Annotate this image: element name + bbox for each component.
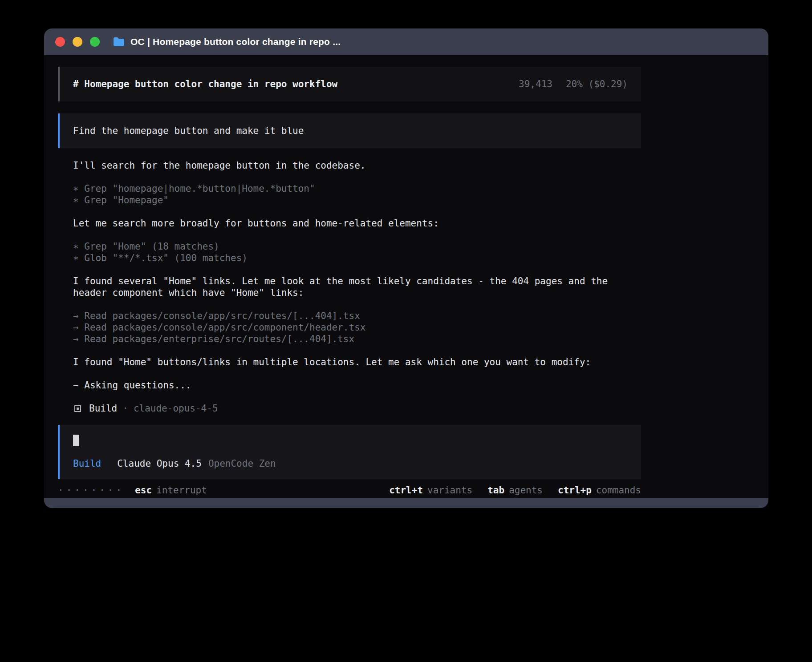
session-title: # Homepage button color change in repo w… — [73, 78, 337, 90]
token-count: 39,413 — [519, 78, 552, 90]
build-square-icon — [74, 405, 81, 412]
agent-name: Build — [89, 403, 117, 414]
model-provider: OpenCode Zen — [208, 458, 276, 469]
folder-icon — [113, 37, 125, 47]
tool-call-read: → Read packages/console/app/src/componen… — [73, 322, 641, 333]
ctrl-t-key: ctrl+t — [389, 484, 423, 496]
tab-label: agents — [509, 484, 543, 496]
assistant-text: I found "Home" buttons/links in multiple… — [73, 356, 641, 368]
input-meta: Build Claude Opus 4.5 OpenCode Zen — [73, 458, 628, 469]
status-left: ········ esc interrupt — [58, 484, 207, 496]
esc-key-label: interrupt — [156, 484, 207, 496]
tool-call-glob: ∗ Glob "**/*.tsx" (100 matches) — [73, 252, 641, 264]
tab-key: tab — [487, 484, 504, 496]
terminal-content: # Homepage button color change in repo w… — [44, 55, 768, 498]
terminal-window: OC | Homepage button color change in rep… — [44, 28, 768, 508]
status-right: ctrl+t variants tab agents ctrl+p comman… — [389, 484, 641, 496]
window-controls — [55, 37, 100, 47]
window-title-group: OC | Homepage button color change in rep… — [113, 36, 341, 47]
assistant-text: I'll search for the homepage button in t… — [73, 160, 641, 171]
tool-call-grep: ∗ Grep "Home" (18 matches) — [73, 241, 641, 252]
context-usage: 20% ($0.29) — [566, 78, 628, 90]
model-name[interactable]: Claude Opus 4.5 — [117, 458, 202, 469]
hint-variants: ctrl+t variants — [389, 484, 472, 496]
close-window-button[interactable] — [55, 37, 65, 47]
window-title: OC | Homepage button color change in rep… — [130, 36, 341, 47]
prompt-input[interactable]: Build Claude Opus 4.5 OpenCode Zen — [58, 425, 641, 479]
assistant-text: Let me search more broadly for buttons a… — [73, 218, 641, 229]
minimize-window-button[interactable] — [73, 37, 82, 47]
session-header: # Homepage button color change in repo w… — [58, 67, 641, 101]
hint-interrupt: esc interrupt — [135, 484, 207, 496]
mode-indicator[interactable]: Build — [73, 458, 101, 469]
titlebar: OC | Homepage button color change in rep… — [44, 28, 768, 55]
window-bottom-edge — [44, 498, 768, 508]
ctrl-t-label: variants — [427, 484, 472, 496]
hint-commands: ctrl+p commands — [558, 484, 641, 496]
tool-call-read: → Read packages/enterprise/src/routes/[.… — [73, 333, 641, 345]
hint-agents: tab agents — [487, 484, 543, 496]
ctrl-p-key: ctrl+p — [558, 484, 592, 496]
tool-call-grep: ∗ Grep "Homepage" — [73, 194, 641, 206]
separator-dot: · — [122, 403, 128, 414]
assistant-text: I found several "Home" links. Let me loo… — [73, 275, 625, 299]
tool-call-read: → Read packages/console/app/src/routes/[… — [73, 310, 641, 322]
agent-status-line: Build · claude-opus-4-5 — [73, 403, 641, 414]
agent-model: claude-opus-4-5 — [134, 403, 218, 414]
user-message-text: Find the homepage button and make it blu… — [73, 125, 304, 136]
text-cursor — [73, 435, 79, 446]
user-message: Find the homepage button and make it blu… — [58, 113, 641, 148]
status-bar: ········ esc interrupt ctrl+t variants t… — [58, 484, 641, 496]
tool-call-grep: ∗ Grep "homepage|home.*button|Home.*butt… — [73, 183, 641, 194]
status-asking-questions: ~ Asking questions... — [73, 379, 641, 391]
ctrl-p-label: commands — [596, 484, 641, 496]
esc-key: esc — [135, 484, 152, 496]
session-stats: 39,413 20% ($0.29) — [519, 78, 628, 90]
spinner-dots-icon: ········ — [58, 484, 124, 496]
zoom-window-button[interactable] — [90, 37, 100, 47]
assistant-response: I'll search for the homepage button in t… — [58, 148, 641, 414]
